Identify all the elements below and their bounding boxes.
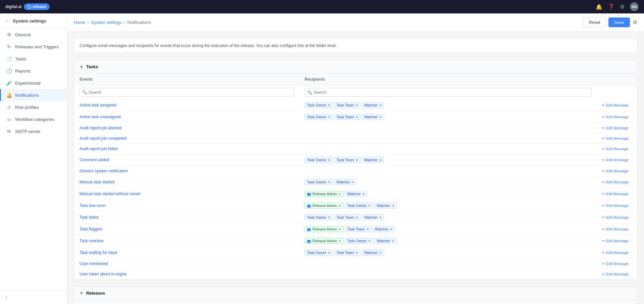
tag-remove[interactable]: ✕ (328, 103, 330, 107)
edit-message-link[interactable]: ✏ Edit Message (602, 158, 632, 162)
tag-remove[interactable]: ✕ (379, 103, 382, 107)
edit-message-link[interactable]: ✏ Edit Message (602, 147, 632, 151)
tags-container: Task Owner✕Watcher✕ (305, 179, 591, 185)
tasks-table-header-row: Events Recipients (74, 74, 637, 85)
sidebar-item-experimental[interactable]: 🧪 Experimental (0, 77, 67, 89)
edit-message-link[interactable]: ✏ Edit Message (602, 192, 632, 196)
sidebar-item-reports[interactable]: 🕐 Reports (0, 65, 67, 77)
edit-message-link[interactable]: ✏ Edit Message (602, 239, 632, 243)
tag-remove[interactable]: ✕ (338, 239, 341, 243)
tag-remove[interactable]: ✕ (392, 239, 394, 243)
tag-remove[interactable]: ✕ (338, 204, 341, 208)
recipients-search-input[interactable] (305, 88, 591, 97)
tag-remove[interactable]: ✕ (328, 251, 330, 255)
recipients-cell: Task Owner✕Task Team✕Watcher✕ (299, 111, 597, 123)
help-icon[interactable]: ❓ (608, 4, 614, 10)
breadcrumb-system-settings[interactable]: System settings (91, 20, 122, 25)
sidebar-item-risk-profiles[interactable]: ⚠ Risk profiles (0, 101, 67, 113)
edit-message-link[interactable]: ✏ Edit Message (602, 215, 632, 220)
edit-message-link[interactable]: ✏ Edit Message (602, 251, 632, 255)
event-name-cell: Comment added (74, 154, 299, 166)
tag-remove[interactable]: ✕ (356, 103, 358, 107)
table-row: Task failedTask Owner✕Task Team✕Watcher✕… (74, 212, 637, 223)
edit-message-link[interactable]: ✏ Edit Message (602, 169, 632, 173)
tag-remove[interactable]: ✕ (379, 251, 382, 255)
pencil-icon: ✏ (602, 215, 605, 220)
reset-button[interactable]: Reset (583, 17, 606, 27)
sidebar-item-tasks[interactable]: 📄 Tasks (0, 53, 67, 65)
tag-remove[interactable]: ✕ (390, 227, 392, 231)
bell-icon[interactable]: 🔔 (596, 4, 602, 10)
tag-remove[interactable]: ✕ (356, 251, 358, 255)
save-button[interactable]: Save (608, 17, 630, 27)
page-settings-icon[interactable]: ⚙ (633, 19, 637, 26)
edit-message-label: Edit Message (606, 215, 629, 219)
sidebar-header[interactable]: ← System settings (0, 13, 67, 29)
edit-message-label: Edit Message (606, 103, 629, 107)
settings-icon[interactable]: ⚙ (620, 4, 625, 10)
tag-remove[interactable]: ✕ (328, 216, 330, 219)
recipients-search-cell: 🔍 (299, 85, 597, 100)
recipients-cell: 👥Release Admin✕Watcher✕ (299, 188, 597, 200)
tag-label: Task Owner (347, 204, 367, 208)
tag-remove[interactable]: ✕ (362, 192, 365, 196)
edit-message-cell: ✏ Edit Message (597, 133, 637, 144)
tag-remove[interactable]: ✕ (366, 227, 369, 231)
tag-remove[interactable]: ✕ (328, 115, 330, 119)
edit-message-link[interactable]: ✏ Edit Message (602, 272, 632, 276)
edit-message-link[interactable]: ✏ Edit Message (602, 180, 632, 184)
edit-message-link[interactable]: ✏ Edit Message (602, 227, 632, 231)
tasks-section-header[interactable]: ▼ Tasks (74, 60, 637, 74)
tag-remove[interactable]: ✕ (328, 158, 330, 162)
tag-label: Task Team (336, 251, 354, 255)
tag-remove[interactable]: ✕ (356, 115, 358, 119)
edit-message-label: Edit Message (606, 272, 629, 276)
pencil-icon: ✏ (602, 126, 605, 130)
group-icon: 👥 (307, 227, 311, 231)
recipients-cell: 👥Release Admin✕Task Owner✕Watcher✕ (299, 235, 597, 247)
tag: Task Team✕ (334, 250, 360, 256)
recipients-col-header: Recipients (299, 74, 597, 85)
tag-remove[interactable]: ✕ (356, 216, 358, 219)
tag-remove[interactable]: ✕ (338, 227, 341, 231)
pencil-icon: ✏ (602, 136, 605, 141)
tag-label: Watcher (364, 115, 378, 119)
edit-message-label: Edit Message (606, 192, 629, 196)
sidebar-collapse-button[interactable]: ‹ (0, 290, 67, 304)
breadcrumb-home[interactable]: Home (74, 20, 86, 25)
tag-remove[interactable]: ✕ (338, 192, 341, 196)
tag: Watcher✕ (362, 250, 384, 256)
edit-message-link[interactable]: ✏ Edit Message (602, 115, 632, 119)
tag-remove[interactable]: ✕ (356, 158, 358, 162)
sidebar-item-smtp-server[interactable]: ✉ SMTP server (0, 125, 67, 137)
event-name-cell: Audit report job completed (74, 133, 299, 144)
tags-container: 👥Release Admin✕Watcher✕ (305, 191, 591, 197)
edit-message-cell: ✏ Edit Message (597, 166, 637, 176)
edit-message-link[interactable]: ✏ Edit Message (602, 136, 632, 141)
tag-label: Release Admin (312, 192, 337, 196)
releases-section-header[interactable]: ▼ Releases (74, 287, 637, 300)
events-search-input[interactable] (79, 88, 294, 97)
tag-remove[interactable]: ✕ (368, 239, 371, 243)
sidebar-item-workflow-categories[interactable]: ⚏ Workflow categories (0, 113, 67, 125)
tag-remove[interactable]: ✕ (379, 115, 382, 119)
edit-message-link[interactable]: ✏ Edit Message (602, 262, 632, 266)
logo-release[interactable]: ⬡ release (24, 3, 50, 10)
sidebar-item-notifications[interactable]: 🔔 Notifications (0, 89, 67, 101)
tag-remove[interactable]: ✕ (379, 216, 382, 219)
logo: digital.ai ⬡ release (5, 3, 50, 10)
edit-message-link[interactable]: ✏ Edit Message (602, 126, 632, 130)
edit-message-link[interactable]: ✏ Edit Message (602, 103, 632, 107)
smtp-icon: ✉ (6, 129, 12, 134)
tag-remove[interactable]: ✕ (392, 204, 394, 208)
tag-remove[interactable]: ✕ (368, 204, 371, 208)
table-row: Comment addedTask Owner✕Task Team✕Watche… (74, 154, 637, 166)
sidebar-item-general[interactable]: ⚙ General (0, 29, 67, 41)
user-avatar[interactable]: RA (630, 2, 639, 11)
event-name-cell: Task failed (74, 212, 299, 223)
edit-message-link[interactable]: ✏ Edit Message (602, 204, 632, 208)
tag-remove[interactable]: ✕ (328, 180, 330, 184)
tag-remove[interactable]: ✕ (352, 180, 354, 184)
tag-remove[interactable]: ✕ (379, 158, 382, 162)
sidebar-item-releases-triggers[interactable]: ↻ Releases and Triggers (0, 41, 67, 53)
